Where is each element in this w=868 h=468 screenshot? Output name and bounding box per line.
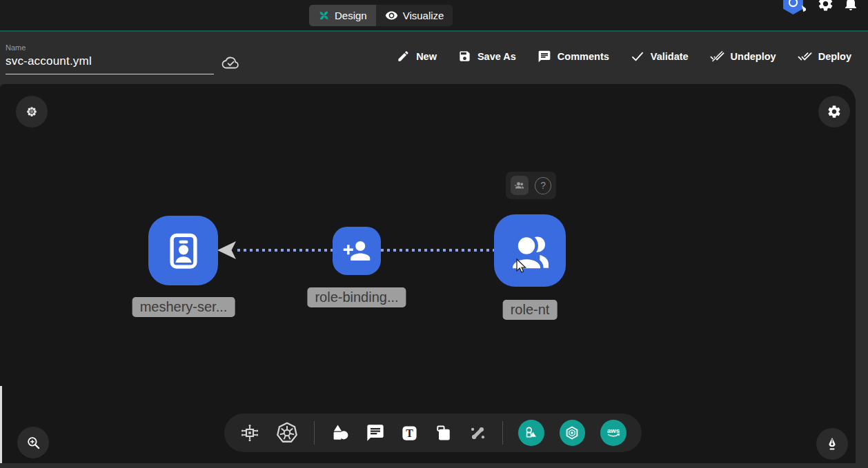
save-as-button[interactable]: Save As	[458, 50, 516, 63]
design-actions: New Save As Comments Validate Unde	[397, 49, 851, 63]
edge-dotted-right	[381, 249, 494, 252]
pen-nib-icon	[824, 436, 840, 452]
provider-badge[interactable]	[780, 0, 806, 19]
hexagon-library-icon	[564, 425, 580, 441]
toolbar-divider	[502, 421, 503, 445]
eye-icon	[385, 9, 398, 22]
node-role-binding[interactable]	[333, 227, 381, 275]
name-field-underline	[6, 74, 214, 74]
layout-flower-button[interactable]	[16, 96, 48, 128]
notifications-bell-icon[interactable]	[842, 0, 859, 14]
comment-tool-icon[interactable]	[366, 423, 385, 442]
shapes-library-button[interactable]	[518, 420, 544, 446]
canvas-settings-button[interactable]	[818, 96, 850, 128]
design-canvas[interactable]: ?	[0, 84, 856, 463]
new-button[interactable]: New	[397, 50, 437, 63]
edge-arrowhead	[217, 241, 236, 259]
components-circuit-icon[interactable]	[239, 423, 260, 443]
toolbar-divider	[314, 421, 315, 445]
design-action-bar: Name svc-account.yml New Save As Comment…	[0, 32, 868, 84]
cloud-saved-icon[interactable]	[221, 53, 241, 74]
aws-label: aws	[607, 427, 620, 434]
group-tool-button[interactable]	[511, 176, 529, 195]
aws-library-button[interactable]: aws	[600, 420, 627, 446]
design-name-input[interactable]: svc-account.yml	[6, 54, 92, 68]
deploy-icon	[798, 49, 812, 63]
node-role[interactable]	[494, 214, 566, 287]
kubernetes-library-button[interactable]	[560, 420, 586, 446]
save-icon	[458, 50, 471, 63]
node-label: meshery-ser...	[132, 297, 235, 317]
service-account-badge-icon	[164, 231, 204, 271]
magnifier-plus-icon	[26, 435, 41, 451]
meshery-design-page: Design Visualize Name svc-acco	[0, 0, 868, 468]
comments-button[interactable]: Comments	[537, 50, 609, 63]
node-label: role-nt	[503, 300, 558, 320]
undeploy-button-label: Undeploy	[731, 51, 776, 62]
tab-visualize-label: Visualize	[403, 10, 444, 21]
canvas-left-edge	[0, 386, 2, 463]
tab-design-label: Design	[335, 10, 367, 21]
deploy-button-label: Deploy	[818, 51, 851, 62]
node-hover-toolbar: ?	[506, 172, 556, 199]
canvas-bottom-toolbar: T	[224, 414, 642, 452]
node-label: role-binding...	[307, 287, 406, 307]
help-glyph: ?	[540, 180, 546, 191]
tab-visualize[interactable]: Visualize	[376, 5, 453, 26]
shapes-library-icon	[524, 425, 539, 440]
zoom-in-button[interactable]	[17, 427, 49, 458]
comments-button-label: Comments	[558, 51, 609, 62]
edge-dotted-left	[237, 249, 333, 252]
tab-design[interactable]: Design	[309, 5, 376, 26]
comment-icon	[537, 50, 551, 63]
validate-button-label: Validate	[651, 51, 689, 62]
node-service-account[interactable]	[148, 216, 218, 285]
check-icon	[631, 50, 644, 63]
text-tool-letter: T	[406, 427, 413, 438]
aws-icon: aws	[604, 424, 622, 442]
group-icon	[513, 179, 526, 192]
person-add-icon	[342, 236, 371, 265]
name-field-label: Name	[6, 43, 26, 52]
text-tool-icon[interactable]: T	[400, 424, 419, 442]
new-button-label: New	[416, 51, 437, 62]
pen-tool-button[interactable]	[816, 428, 848, 460]
gear-icon	[827, 104, 842, 119]
flower-icon	[24, 104, 39, 119]
help-button[interactable]: ?	[535, 177, 551, 194]
top-app-bar: Design Visualize	[0, 0, 868, 30]
link-tool-icon[interactable]	[468, 424, 487, 442]
sticky-note-tool-icon[interactable]	[434, 423, 453, 442]
shapes-tool-icon[interactable]	[330, 423, 351, 443]
deploy-button[interactable]: Deploy	[798, 49, 851, 63]
mouse-cursor	[513, 258, 529, 278]
validate-button[interactable]: Validate	[631, 50, 689, 63]
kubernetes-icon[interactable]	[275, 421, 299, 445]
save-as-button-label: Save As	[477, 51, 516, 62]
meshery-logo-icon	[318, 10, 330, 21]
undeploy-icon	[710, 49, 724, 63]
settings-icon[interactable]	[817, 0, 834, 15]
pencil-icon	[397, 50, 410, 63]
undeploy-button[interactable]: Undeploy	[710, 49, 776, 63]
mode-tabs: Design Visualize	[309, 5, 453, 26]
